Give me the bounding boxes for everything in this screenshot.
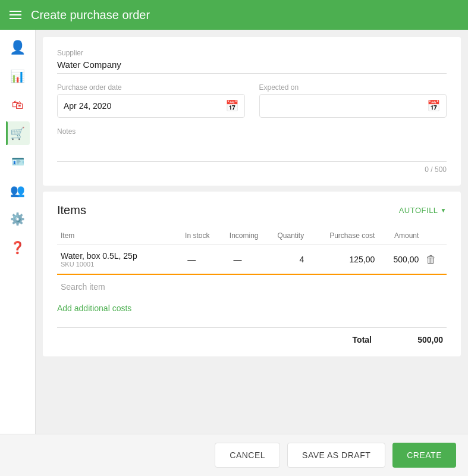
col-in-stock: In stock (170, 227, 213, 245)
sidebar-item-purchase-orders[interactable]: 🛒 (6, 121, 30, 145)
create-button[interactable]: CREATE (392, 443, 456, 468)
autofill-chevron-icon: ▼ (441, 207, 447, 214)
order-date-input[interactable] (64, 101, 221, 111)
notes-field: Notes 0 / 500 (57, 127, 447, 174)
people-icon: 👥 (10, 183, 25, 198)
total-value: 500,00 (395, 335, 443, 345)
sidebar-item-shop[interactable]: 🛍 (6, 93, 30, 117)
supplier-field: Supplier Water Company (57, 49, 447, 74)
expected-on-label: Expected on (259, 83, 447, 92)
search-item-row: Search item (57, 274, 447, 299)
items-table: Item In stock Incoming Quantity Purchase… (57, 227, 447, 299)
col-incoming: Incoming (213, 227, 262, 245)
sidebar-item-people[interactable]: 👥 (6, 178, 30, 202)
notes-label: Notes (57, 127, 447, 136)
add-costs-link[interactable]: Add additional costs (57, 303, 131, 313)
col-purchase-cost: Purchase cost (307, 227, 378, 245)
person-icon: 👤 (10, 40, 26, 55)
search-item-input[interactable]: Search item (61, 282, 105, 292)
table-row: Water, box 0.5L, 25p SKU 10001 — — 4 125… (57, 245, 447, 275)
app-header: Create purchase order (0, 0, 468, 30)
card-icon: 🪪 (11, 155, 24, 168)
total-label: Total (353, 335, 372, 345)
supplier-label: Supplier (57, 49, 447, 57)
sidebar-item-cards[interactable]: 🪪 (6, 150, 30, 174)
item-in-stock: — (170, 245, 213, 275)
notes-counter: 0 / 500 (57, 165, 447, 174)
sidebar-item-analytics[interactable]: 📊 (6, 64, 30, 88)
expected-on-input-wrapper[interactable]: 📅 (259, 94, 447, 118)
item-name: Water, box 0.5L, 25p (61, 251, 167, 261)
order-date-input-wrapper[interactable]: 📅 (57, 94, 245, 118)
supplier-card: Supplier Water Company Purchase order da… (43, 37, 461, 186)
autofill-label: AUTOFILL (399, 206, 438, 215)
supplier-value[interactable]: Water Company (57, 60, 447, 74)
delete-icon[interactable]: 🗑 (426, 253, 436, 265)
gear-icon: ⚙️ (10, 212, 25, 226)
menu-icon[interactable] (10, 11, 21, 19)
item-incoming: — (213, 245, 262, 275)
item-sku: SKU 10001 (61, 261, 167, 268)
order-date-field: Purchase order date 📅 (57, 83, 245, 118)
cart-icon: 🛒 (10, 126, 25, 140)
sidebar-item-help[interactable]: ❓ (6, 236, 30, 259)
sidebar-item-settings[interactable]: ⚙️ (6, 207, 30, 231)
items-card: Items AUTOFILL ▼ Item In stock Incoming … (43, 192, 461, 356)
total-row: Total 500,00 (57, 327, 447, 345)
cancel-button[interactable]: CANCEL (215, 443, 280, 468)
item-quantity[interactable]: 4 (262, 245, 308, 275)
page-title: Create purchase order (31, 8, 150, 22)
save-draft-button[interactable]: SAVE AS DRAFT (287, 443, 385, 468)
notes-input[interactable] (57, 138, 447, 162)
bag-icon: 🛍 (12, 98, 24, 112)
expected-on-field: Expected on 📅 (259, 83, 447, 118)
sidebar-item-profile[interactable]: 👤 (6, 36, 30, 60)
help-icon: ❓ (10, 240, 25, 255)
order-date-label: Purchase order date (57, 83, 245, 92)
autofill-button[interactable]: AUTOFILL ▼ (399, 206, 447, 215)
col-actions (422, 227, 447, 245)
content-area: Supplier Water Company Purchase order da… (36, 30, 468, 434)
item-amount: 500,00 (378, 245, 422, 275)
calendar-icon-order[interactable]: 📅 (225, 99, 238, 112)
col-item: Item (57, 227, 170, 245)
items-title: Items (57, 203, 86, 217)
search-item-cell[interactable]: Search item (57, 274, 447, 299)
sidebar: 👤 📊 🛍 🛒 🪪 👥 ⚙️ ❓ (0, 30, 36, 434)
date-row: Purchase order date 📅 Expected on 📅 (57, 83, 447, 118)
item-purchase-cost[interactable]: 125,00 (307, 245, 378, 275)
chart-icon: 📊 (10, 69, 25, 83)
calendar-icon-expected[interactable]: 📅 (427, 99, 440, 112)
item-name-cell: Water, box 0.5L, 25p SKU 10001 (57, 245, 170, 275)
col-amount: Amount (378, 227, 422, 245)
main-layout: 👤 📊 🛍 🛒 🪪 👥 ⚙️ ❓ Supplier (0, 30, 468, 434)
items-header: Items AUTOFILL ▼ (57, 203, 447, 217)
expected-on-input[interactable] (266, 101, 423, 111)
item-delete-cell[interactable]: 🗑 (422, 245, 447, 275)
col-quantity: Quantity (262, 227, 308, 245)
footer: CANCEL SAVE AS DRAFT CREATE (0, 434, 468, 476)
